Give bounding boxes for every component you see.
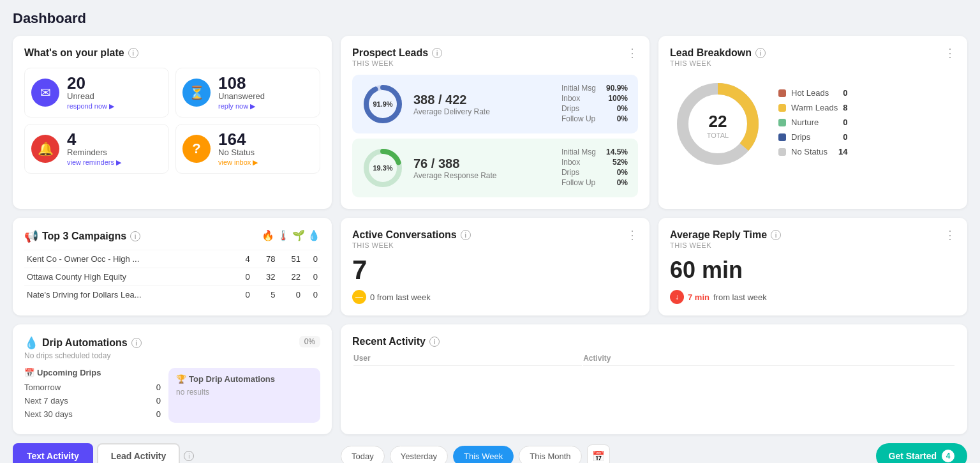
prospect-menu[interactable]: ⋮ [627,47,638,59]
unread-count: 20 [67,75,114,91]
response-donut: 19.3% [362,148,403,188]
top-drips-box: 🏆 Top Drip Automations no results [168,368,320,423]
legend-warm: Warm Leads 8 [778,103,847,112]
campaigns-card: 📢 Top 3 Campaigns i 🔥 🌡️ 🌱 💧 Kent Co - O… [13,218,332,315]
drip-subtitle: No drips scheduled today [24,351,294,360]
filter-today[interactable]: Today [341,446,385,464]
lead-activity-tab[interactable]: Lead Activity [97,443,181,463]
reply-time-value: 60 min [670,257,956,284]
unread-icon: ✉ [31,79,59,107]
nurture-icon: 🌱 [292,229,305,241]
table-row: Kent Co - Owner Occ - High ... 4 78 51 0 [24,250,320,268]
plate-item-unanswered[interactable]: ⏳ 108 Unanswered reply now ▶ [175,68,320,118]
drip-title: 💧 Drip Automations i [24,336,294,350]
drip-badge: 0% [299,336,320,347]
recent-activity-card: Recent Activity i User Activity [341,324,967,434]
campaigns-info-icon[interactable]: i [130,231,140,241]
upcoming-7days: Next 7 days0 [24,396,161,406]
legend-nostatus: No Status 14 [778,147,847,156]
filter-yesterday[interactable]: Yesterday [390,446,448,464]
plate-card: What's on your plate i ✉ 20 Unread respo… [13,36,332,209]
reply-time-title: Average Reply Time i [670,229,944,241]
plate-title: What's on your plate i [24,47,320,59]
delivery-percent: 91.9% [373,100,392,108]
prospect-leads-card: Prospect Leads i THIS WEEK ⋮ 91.9% [341,36,650,209]
breakdown-legend: Hot Leads 0 Warm Leads 8 Nurture 0 [778,88,847,162]
active-conv-title: Active Conversations i [352,229,627,241]
get-started-button[interactable]: Get Started 4 [876,443,967,463]
plate-grid: ✉ 20 Unread respond now ▶ ⏳ 108 Unanswer… [24,68,320,174]
table-row: Nate's Driving for Dollars Lea... 0 5 0 … [24,286,320,304]
breakdown-donut: 22 TOTAL [670,76,766,174]
breakdown-subtitle: THIS WEEK [670,59,944,67]
delivery-box: 91.9% 388 / 422 Average Delivery Rate In… [352,75,638,133]
nostatus-link[interactable]: view inbox ▶ [218,158,258,167]
legend-hot: Hot Leads 0 [778,88,847,98]
campaigns-title: 📢 Top 3 Campaigns i [24,229,256,243]
reply-time-info-icon[interactable]: i [771,230,781,240]
active-conversations-card: Active Conversations i THIS WEEK ⋮ 7 — 0… [341,218,650,315]
delta-minus-icon: — [352,290,366,304]
col-user: User [353,354,582,366]
unanswered-label: Unanswered [218,91,265,101]
upcoming-30days: Next 30 days0 [24,409,161,419]
reminders-icon: 🔔 [31,135,59,163]
plate-info-icon[interactable]: i [128,48,138,58]
plate-item-nostatus[interactable]: ? 164 No Status view inbox ▶ [175,124,320,174]
response-desc: Average Response Rate [413,171,551,180]
drip-automations-card: 💧 Drip Automations i No drips scheduled … [13,324,332,434]
recent-activity-info-icon[interactable]: i [429,337,440,347]
reminders-link[interactable]: view reminders ▶ [67,158,121,167]
drip-icon: 💧 [308,229,320,241]
upcoming-tomorrow: Tomorrow0 [24,383,161,392]
nostatus-icon: ? [182,135,211,163]
legend-nurture: Nurture 0 [778,118,847,127]
breakdown-chart-container: 22 TOTAL Hot Leads 0 Warm Leads 8 [670,76,956,174]
avg-reply-time-card: Average Reply Time i THIS WEEK ⋮ 60 min … [658,218,967,315]
lead-breakdown-card: Lead Breakdown i THIS WEEK ⋮ 2 [658,36,967,209]
delivery-desc: Average Delivery Rate [413,107,551,116]
response-percent: 19.3% [373,164,392,172]
activity-tabs: Text Activity Lead Activity i [13,443,332,463]
unanswered-icon: ⏳ [182,79,211,107]
prospect-info-icon[interactable]: i [432,48,442,58]
get-started-badge: 4 [942,450,954,462]
filter-this-week[interactable]: This Week [453,446,514,464]
breakdown-total: 22 [707,111,729,131]
unread-link[interactable]: respond now ▶ [67,102,114,110]
col-activity: Activity [583,354,954,366]
prospect-subtitle: THIS WEEK [352,59,627,67]
active-conv-info-icon[interactable]: i [461,230,471,240]
reply-time-subtitle: THIS WEEK [670,241,944,249]
nostatus-label: No Status [218,148,258,157]
calendar-button[interactable]: 📅 [587,444,610,463]
response-count: 76 / 388 [413,156,551,171]
breakdown-info-icon[interactable]: i [755,48,766,58]
active-conv-subtitle: THIS WEEK [352,241,627,249]
delivery-donut: 91.9% [362,84,403,125]
top-drips-empty: no results [176,388,313,397]
breakdown-menu[interactable]: ⋮ [944,47,956,59]
recent-activity-table: User Activity [352,353,956,367]
unanswered-link[interactable]: reply now ▶ [218,102,265,110]
plate-item-unread[interactable]: ✉ 20 Unread respond now ▶ [24,68,169,118]
activity-info-icon[interactable]: i [184,451,194,461]
time-filters: Today Yesterday This Week This Month 📅 [341,444,650,463]
active-conv-menu[interactable]: ⋮ [627,229,638,241]
breakdown-title: Lead Breakdown i [670,47,944,59]
unread-label: Unread [67,91,114,101]
delivery-count: 388 / 422 [413,93,551,107]
plate-item-reminders[interactable]: 🔔 4 Reminders view reminders ▶ [24,124,169,174]
filter-this-month[interactable]: This Month [519,446,581,464]
recent-activity-title: Recent Activity i [352,336,956,347]
nostatus-count: 164 [218,131,258,148]
campaigns-table: Kent Co - Owner Occ - High ... 4 78 51 0… [24,250,320,303]
reply-time-delta: ↓ 7 min from last week [670,290,956,304]
warm-icon: 🌡️ [277,229,290,241]
prospect-title: Prospect Leads i [352,47,627,59]
drip-info-icon[interactable]: i [131,338,142,348]
reply-time-menu[interactable]: ⋮ [944,229,956,241]
unanswered-count: 108 [218,75,265,91]
hot-icon: 🔥 [262,229,274,241]
text-activity-tab[interactable]: Text Activity [13,443,93,463]
